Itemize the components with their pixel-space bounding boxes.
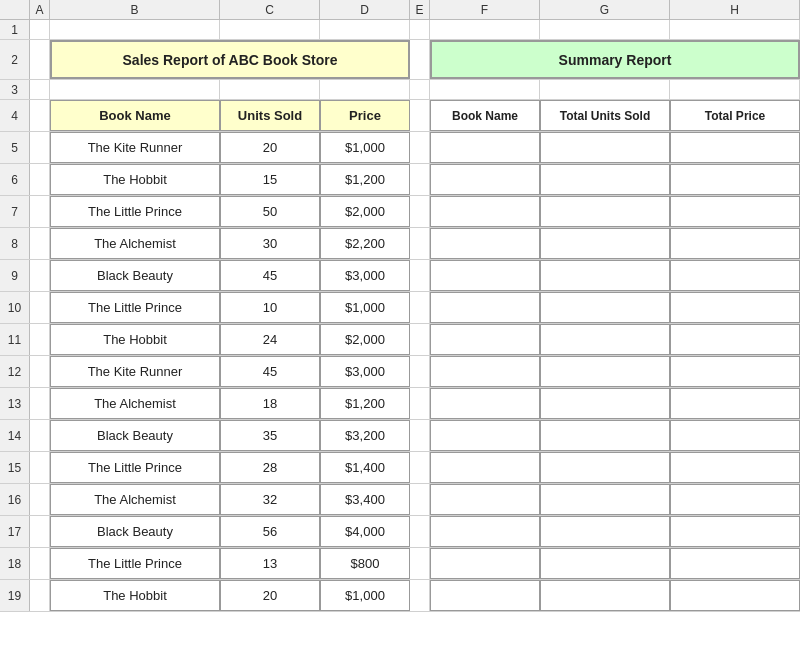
- cell-a18[interactable]: [30, 548, 50, 579]
- cell-b14[interactable]: Black Beauty: [50, 420, 220, 451]
- cell-f7[interactable]: [430, 196, 540, 227]
- cell-e3[interactable]: [410, 80, 430, 99]
- cell-g8[interactable]: [540, 228, 670, 259]
- cell-b10[interactable]: The Little Prince: [50, 292, 220, 323]
- cell-e11[interactable]: [410, 324, 430, 355]
- cell-d9[interactable]: $3,000: [320, 260, 410, 291]
- cell-f1[interactable]: [430, 20, 540, 39]
- cell-h13[interactable]: [670, 388, 800, 419]
- cell-e17[interactable]: [410, 516, 430, 547]
- cell-e15[interactable]: [410, 452, 430, 483]
- cell-c16[interactable]: 32: [220, 484, 320, 515]
- cell-f8[interactable]: [430, 228, 540, 259]
- cell-c15[interactable]: 28: [220, 452, 320, 483]
- cell-d13[interactable]: $1,200: [320, 388, 410, 419]
- cell-a11[interactable]: [30, 324, 50, 355]
- cell-e19[interactable]: [410, 580, 430, 611]
- cell-e2[interactable]: [410, 40, 430, 79]
- cell-a17[interactable]: [30, 516, 50, 547]
- cell-e13[interactable]: [410, 388, 430, 419]
- cell-h16[interactable]: [670, 484, 800, 515]
- cell-h15[interactable]: [670, 452, 800, 483]
- cell-d19[interactable]: $1,000: [320, 580, 410, 611]
- cell-c8[interactable]: 30: [220, 228, 320, 259]
- cell-g16[interactable]: [540, 484, 670, 515]
- cell-g11[interactable]: [540, 324, 670, 355]
- cell-h17[interactable]: [670, 516, 800, 547]
- cell-f9[interactable]: [430, 260, 540, 291]
- cell-h14[interactable]: [670, 420, 800, 451]
- cell-g12[interactable]: [540, 356, 670, 387]
- cell-f15[interactable]: [430, 452, 540, 483]
- cell-d7[interactable]: $2,000: [320, 196, 410, 227]
- cell-a13[interactable]: [30, 388, 50, 419]
- cell-c14[interactable]: 35: [220, 420, 320, 451]
- cell-b6[interactable]: The Hobbit: [50, 164, 220, 195]
- cell-a4[interactable]: [30, 100, 50, 131]
- cell-e7[interactable]: [410, 196, 430, 227]
- cell-d14[interactable]: $3,200: [320, 420, 410, 451]
- cell-c9[interactable]: 45: [220, 260, 320, 291]
- cell-e5[interactable]: [410, 132, 430, 163]
- cell-d11[interactable]: $2,000: [320, 324, 410, 355]
- cell-b11[interactable]: The Hobbit: [50, 324, 220, 355]
- cell-h9[interactable]: [670, 260, 800, 291]
- cell-f18[interactable]: [430, 548, 540, 579]
- cell-f16[interactable]: [430, 484, 540, 515]
- cell-b18[interactable]: The Little Prince: [50, 548, 220, 579]
- cell-g6[interactable]: [540, 164, 670, 195]
- cell-f12[interactable]: [430, 356, 540, 387]
- cell-c7[interactable]: 50: [220, 196, 320, 227]
- cell-f3[interactable]: [430, 80, 540, 99]
- cell-g17[interactable]: [540, 516, 670, 547]
- cell-c11[interactable]: 24: [220, 324, 320, 355]
- cell-b13[interactable]: The Alchemist: [50, 388, 220, 419]
- cell-b16[interactable]: The Alchemist: [50, 484, 220, 515]
- cell-d16[interactable]: $3,400: [320, 484, 410, 515]
- cell-b19[interactable]: The Hobbit: [50, 580, 220, 611]
- cell-f11[interactable]: [430, 324, 540, 355]
- cell-g9[interactable]: [540, 260, 670, 291]
- cell-a2[interactable]: [30, 40, 50, 79]
- cell-a5[interactable]: [30, 132, 50, 163]
- cell-d6[interactable]: $1,200: [320, 164, 410, 195]
- cell-a12[interactable]: [30, 356, 50, 387]
- cell-b17[interactable]: Black Beauty: [50, 516, 220, 547]
- cell-g5[interactable]: [540, 132, 670, 163]
- cell-h1[interactable]: [670, 20, 800, 39]
- cell-d8[interactable]: $2,200: [320, 228, 410, 259]
- cell-h7[interactable]: [670, 196, 800, 227]
- cell-h3[interactable]: [670, 80, 800, 99]
- cell-c18[interactable]: 13: [220, 548, 320, 579]
- cell-a6[interactable]: [30, 164, 50, 195]
- cell-e14[interactable]: [410, 420, 430, 451]
- cell-c5[interactable]: 20: [220, 132, 320, 163]
- cell-h5[interactable]: [670, 132, 800, 163]
- cell-e16[interactable]: [410, 484, 430, 515]
- cell-g3[interactable]: [540, 80, 670, 99]
- cell-a3[interactable]: [30, 80, 50, 99]
- cell-f19[interactable]: [430, 580, 540, 611]
- cell-f14[interactable]: [430, 420, 540, 451]
- cell-h19[interactable]: [670, 580, 800, 611]
- cell-c6[interactable]: 15: [220, 164, 320, 195]
- cell-d18[interactable]: $800: [320, 548, 410, 579]
- cell-c17[interactable]: 56: [220, 516, 320, 547]
- cell-h11[interactable]: [670, 324, 800, 355]
- cell-h8[interactable]: [670, 228, 800, 259]
- cell-f10[interactable]: [430, 292, 540, 323]
- cell-b8[interactable]: The Alchemist: [50, 228, 220, 259]
- cell-e18[interactable]: [410, 548, 430, 579]
- cell-e12[interactable]: [410, 356, 430, 387]
- cell-e4[interactable]: [410, 100, 430, 131]
- cell-d10[interactable]: $1,000: [320, 292, 410, 323]
- cell-c19[interactable]: 20: [220, 580, 320, 611]
- cell-e6[interactable]: [410, 164, 430, 195]
- cell-a9[interactable]: [30, 260, 50, 291]
- cell-a19[interactable]: [30, 580, 50, 611]
- cell-f6[interactable]: [430, 164, 540, 195]
- cell-h18[interactable]: [670, 548, 800, 579]
- cell-e8[interactable]: [410, 228, 430, 259]
- cell-c1[interactable]: [220, 20, 320, 39]
- cell-g1[interactable]: [540, 20, 670, 39]
